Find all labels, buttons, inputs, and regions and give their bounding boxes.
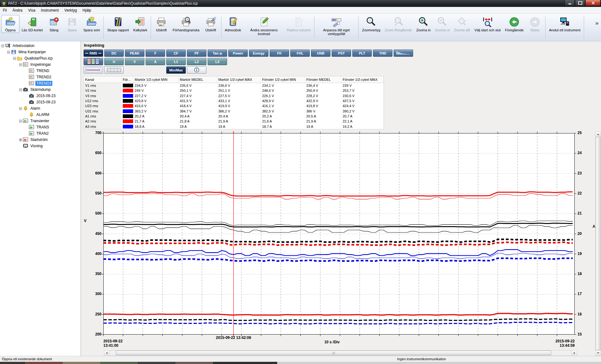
tree-item-trend[interactable]: TREND <box>0 68 80 74</box>
toolbar-customize-toolbar[interactable]: Anpassa ditt eget verktygsfält <box>316 15 357 37</box>
tab-fk[interactable]: FK <box>270 49 289 57</box>
toolbar-zoom-tool[interactable]: Zoomvertyg <box>360 15 382 33</box>
tab-power[interactable]: Power <box>228 49 248 57</box>
tree-item-alarm[interactable]: ALARM <box>0 112 80 118</box>
value-cell: 248,6 V <box>261 88 305 93</box>
tree-item-startstr-m[interactable]: Startström <box>0 137 80 143</box>
tree-item-transienter[interactable]: Transienter <box>0 118 80 124</box>
toolbar-address-book[interactable]: @Adressbok <box>223 15 243 33</box>
tree-expander-minus[interactable] <box>13 57 16 60</box>
menu-fil[interactable]: Fil <box>0 8 10 13</box>
tab-min-max[interactable]: Min/Max <box>166 66 186 74</box>
tab-u[interactable]: U <box>104 58 124 65</box>
toolbar-print[interactable]: Utskrift <box>152 15 170 33</box>
tree-expander-minus[interactable] <box>19 88 22 91</box>
tab-spectrum[interactable] <box>394 49 413 57</box>
vertical-scrollbar[interactable] <box>595 132 601 356</box>
tab-dc[interactable]: DC <box>104 49 124 57</box>
table-row-a2-rms[interactable]: A2 rms21,7 A21,8 A21,9 A21,6 A21,9 A22,1… <box>84 119 384 124</box>
tab-v[interactable]: V <box>125 58 144 65</box>
tab-info[interactable] <box>187 66 206 74</box>
tree-expander-minus[interactable] <box>7 51 10 54</box>
tab-cf[interactable]: CF <box>166 49 186 57</box>
tree-item-trend3[interactable]: TREND3 <box>0 80 80 86</box>
tree-item-arbetsstation[interactable]: Arbetsstation <box>0 43 80 49</box>
tree-item-trend2[interactable]: TREND2 <box>0 74 80 80</box>
toolbar-close-doc[interactable]: Stäng <box>45 15 63 33</box>
tab-tan[interactable]: Tan φ <box>208 49 227 57</box>
tree-item-2015-09-23[interactable]: 2015-09-23 <box>0 99 80 105</box>
tree-item-sk-rmdump[interactable]: Skärmdump <box>0 86 80 93</box>
toolbar-select-range[interactable]: Välj start och slut <box>472 15 503 33</box>
tree-expander-minus[interactable] <box>19 120 22 122</box>
table-row-u12-rms[interactable]: U12 rms429,8 V431,5 V433,1 V428,9 V432,9… <box>84 98 384 103</box>
menu-hj-lp[interactable]: Hjälp <box>80 8 94 13</box>
tree-item-mina-kampanjer[interactable]: Mina Kampanjer <box>0 49 80 55</box>
minimize-button[interactable] <box>565 0 575 6</box>
tree-expander-minus[interactable] <box>19 63 22 66</box>
scroll-right-arrow[interactable] <box>572 351 577 355</box>
table-row-v3-rms[interactable]: V3 rms227,2 V227,4 V227,5 V226,1 V228,2 … <box>84 93 384 98</box>
toolbar-sd-card[interactable]: Läs SD-kortet <box>19 15 45 33</box>
menu-visa[interactable]: Visa <box>25 8 38 13</box>
menu-verktyg[interactable]: Verktyg <box>62 8 80 13</box>
tree-item-trans[interactable]: TRANS <box>0 124 80 130</box>
table-row-a3-rms[interactable]: A3 rms18,8 A19 A19 A18,7 A19 A19,2 A <box>84 124 384 129</box>
tab-phase-lists[interactable] <box>84 58 103 65</box>
table-row-a1-rms[interactable]: A1 rms20,2 A20,4 A20,4 A20,2 A20,5 A20,7… <box>84 114 384 119</box>
tab-energy[interactable]: Energy <box>249 49 268 57</box>
scroll-up-arrow[interactable] <box>596 132 600 137</box>
tab-rms[interactable]: RMS <box>84 49 103 57</box>
toolbar-save-as[interactable]: Spara som <box>81 15 102 33</box>
tab-l3[interactable]: L3 <box>208 58 227 65</box>
tree-item-visning[interactable]: Visning <box>0 143 80 149</box>
tree-item-inspelningar[interactable]: Inspelningar <box>0 61 80 68</box>
tab-unb[interactable]: UNB <box>311 49 330 57</box>
tree-item-tran2[interactable]: TRAN2 <box>0 130 80 137</box>
tab-l2[interactable]: L2 <box>187 58 206 65</box>
tab-waveform-view[interactable] <box>84 66 103 74</box>
horizontal-scroll-thumb[interactable] <box>116 351 551 355</box>
tab-f[interactable]: F <box>146 49 165 57</box>
toolbar-spreadsheet[interactable]: Kalkylark <box>131 15 150 33</box>
table-row-v2-rms[interactable]: V2 rms249 V250,1 V251,1 V248,6 V250,9 V2… <box>84 88 384 93</box>
tree-expander-minus[interactable] <box>19 107 22 110</box>
table-row-v1-rms[interactable]: V1 rms234,5 V235,6 V236,6 V234,1 V236,4 … <box>84 83 384 88</box>
close-button[interactable] <box>585 0 600 6</box>
table-row-u31-rms[interactable]: U31 rms383,2 V384,7 V386,2 V382,5 V386 V… <box>84 108 384 113</box>
horizontal-scroll-track[interactable] <box>110 351 572 355</box>
table-row-u23-rms[interactable]: U23 rms416,6 V418,4 V419,9 V416,1 V419,8… <box>84 103 384 108</box>
menu-ndra[interactable]: Ändra <box>10 8 25 13</box>
horizontal-scrollbar[interactable] <box>104 350 577 356</box>
scroll-down-arrow[interactable] <box>596 350 600 356</box>
trend-plot[interactable] <box>103 133 575 335</box>
tab-peak[interactable]: PEAK <box>125 49 144 57</box>
toolbar-open-folder[interactable]: Öppna <box>1 15 19 33</box>
tab-fhl[interactable]: FHL <box>290 49 310 57</box>
scroll-left-arrow[interactable] <box>104 351 110 355</box>
menu-instrument[interactable]: Instrument <box>38 8 62 13</box>
tab-table-view[interactable] <box>104 66 124 74</box>
toolbar-print-setup[interactable]: Utskrift <box>202 15 220 33</box>
title-bar[interactable]: PAT2 - C:\Users\bjojoh.CAMATSYSTEM\Docum… <box>0 0 601 7</box>
tab-a[interactable]: A <box>146 58 165 65</box>
tab-thd[interactable]: THD <box>373 49 392 57</box>
tab-pst[interactable]: PST <box>332 49 351 57</box>
toolbar-connect-instrument[interactable]: Anslut ett instrument <box>547 15 583 33</box>
vertical-scroll-thumb[interactable] <box>596 137 600 350</box>
tree-expander-minus[interactable] <box>1 44 4 47</box>
toolbar-overflow-chevron[interactable] <box>595 21 599 26</box>
toolbar-zoom-in[interactable]: Zooma in <box>414 15 433 33</box>
tab-l1[interactable]: L1 <box>166 58 186 65</box>
maximize-button[interactable] <box>575 0 585 6</box>
toolbar-edit-session[interactable]: Ändra sessionens kostnad <box>243 15 285 37</box>
tree-item-qualistarplus-icp[interactable]: QualistarPlus.icp <box>0 55 80 61</box>
tab-pf[interactable]: PF <box>187 49 206 57</box>
toolbar-previous[interactable]: Föregående <box>503 15 526 33</box>
toolbar-report[interactable]: Skapa rapport <box>105 15 131 33</box>
tree-item-2015-09-23[interactable]: 2015-09-23 <box>0 93 80 99</box>
tab-plt[interactable]: PLT <box>352 49 372 57</box>
toolbar-print-preview[interactable]: Förhandsgranska <box>170 15 202 33</box>
tree-item-alarm[interactable]: Alarm <box>0 105 80 112</box>
tree-expander-plus[interactable] <box>19 138 22 141</box>
